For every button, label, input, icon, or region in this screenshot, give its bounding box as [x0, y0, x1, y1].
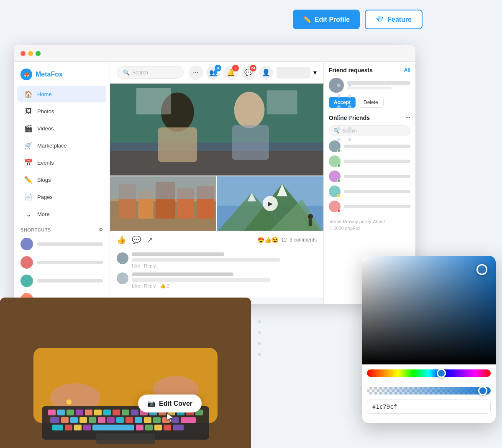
diamond-icon: 💎 [376, 15, 384, 23]
svg-rect-49 [50, 417, 59, 423]
profile-button[interactable]: 👤 [259, 66, 273, 80]
like-reply-1[interactable]: Like · Reply [132, 263, 156, 268]
edit-profile-button[interactable]: ✏️ Edit Profile [293, 10, 360, 29]
gear-icon[interactable]: ⚙ [99, 227, 103, 232]
notifications-button[interactable]: 🔔 6 [224, 66, 238, 80]
search-placeholder: Search [132, 70, 148, 76]
status-dot-3 [337, 179, 341, 182]
feed: 🔍 Search ··· 👥 4 🔔 6 [110, 62, 323, 304]
share-button[interactable]: ↗ [147, 235, 153, 244]
svg-point-24 [308, 214, 313, 219]
sidebar-item-blogs[interactable]: ✏️ Blogs [17, 171, 106, 188]
more-options-button[interactable]: ··· [189, 66, 203, 80]
status-dot-2 [337, 164, 341, 167]
online-friend-3[interactable] [329, 171, 410, 182]
sidebar-item-home[interactable]: 🏠 Home [17, 86, 106, 102]
post-photo-people [110, 84, 323, 176]
footer-copyright: © 2020 phpFox [329, 226, 410, 231]
opacity-handle[interactable] [478, 386, 487, 395]
sidebar-home-label: Home [37, 91, 52, 97]
svg-rect-32 [48, 410, 56, 415]
shortcut-avatar-3 [20, 275, 33, 287]
profile-name-area [277, 67, 310, 79]
comment-button[interactable]: 💬 [132, 235, 141, 244]
video-play-button[interactable]: ▶ [263, 196, 278, 211]
comment-text-2 [132, 278, 271, 282]
friend-requests-heading: Friend requests [329, 67, 373, 74]
app-content: 🦊 MetaFox 🏠 Home 🖼 Photos 🎬 Videos 🛒 Mar… [14, 62, 415, 304]
svg-rect-58 [135, 417, 142, 423]
shortcut-item-2[interactable] [14, 253, 110, 272]
color-selector-handle[interactable] [476, 264, 487, 275]
feature-button[interactable]: 💎 Feature [365, 10, 423, 29]
dot [337, 127, 341, 130]
about-link[interactable]: About [373, 219, 385, 224]
online-name-5 [344, 205, 410, 208]
shortcut-name-2 [37, 261, 103, 264]
comment-meta-2: Like · Reply · 👍 2 · [132, 283, 317, 289]
more-icon: ⌄ [24, 209, 33, 219]
cursor-arrow [165, 412, 175, 426]
sidebar-item-more[interactable]: ⌄ More [17, 206, 106, 222]
dot [337, 84, 341, 87]
online-avatar-5 [329, 201, 341, 212]
like-reply-2[interactable]: Like · Reply · 👍 2 · [132, 283, 172, 289]
events-icon: 📅 [24, 158, 33, 167]
hue-handle[interactable] [437, 369, 446, 378]
svg-rect-39 [113, 410, 120, 415]
svg-rect-6 [232, 125, 269, 160]
dot [337, 138, 341, 141]
sidebar-item-photos[interactable]: 🖼 Photos [17, 103, 106, 120]
browser-dots [20, 51, 41, 56]
delete-button[interactable]: Delete [358, 97, 384, 108]
hex-color-input[interactable] [367, 400, 491, 414]
online-more-icon[interactable]: ··· [405, 115, 410, 121]
chevron-down-icon[interactable]: ▾ [313, 69, 317, 76]
sidebar: 🦊 MetaFox 🏠 Home 🖼 Photos 🎬 Videos 🛒 Mar… [14, 62, 110, 304]
fullscreen-dot[interactable] [36, 51, 41, 56]
shortcut-avatar-2 [20, 256, 33, 269]
svg-rect-66 [74, 425, 82, 430]
privacy-link[interactable]: Privacy policy [343, 219, 371, 224]
sidebar-item-videos[interactable]: 🎬 Videos [17, 120, 106, 137]
top-action-buttons: ✏️ Edit Profile 💎 Feature [293, 10, 423, 29]
brand-logo: 🦊 [20, 69, 32, 80]
online-friend-5[interactable] [329, 201, 410, 212]
svg-rect-68 [92, 425, 134, 430]
svg-rect-40 [122, 410, 129, 415]
reaction-icons: 😍👍😆 [257, 237, 279, 243]
search-bar[interactable]: 🔍 Search [117, 66, 184, 79]
feature-label: Feature [387, 16, 412, 23]
online-friend-4[interactable] [329, 186, 410, 197]
svg-rect-60 [153, 417, 161, 423]
dot [258, 342, 261, 345]
terms-link[interactable]: Terms [329, 219, 341, 224]
close-dot[interactable] [20, 51, 26, 56]
brand-name: MetaFox [36, 71, 63, 78]
shortcut-name-1 [37, 242, 103, 246]
svg-rect-59 [144, 417, 151, 423]
shortcut-item-3[interactable] [14, 272, 110, 290]
messages-button[interactable]: 💬 24 [241, 66, 256, 80]
online-friend-2[interactable] [329, 155, 410, 167]
svg-rect-63 [181, 417, 196, 423]
svg-rect-37 [94, 410, 102, 415]
shortcut-item-1[interactable] [14, 235, 110, 253]
minimize-dot[interactable] [28, 51, 33, 56]
all-requests-link[interactable]: All [404, 67, 410, 73]
like-button[interactable]: 👍 [117, 235, 126, 244]
color-gradient-area[interactable] [362, 256, 496, 364]
svg-rect-41 [131, 410, 138, 415]
friends-button[interactable]: 👥 4 [206, 66, 220, 80]
requester-name [347, 81, 410, 85]
edit-cover-button[interactable]: 📷 Edit Cover [138, 395, 202, 412]
online-name-2 [344, 160, 410, 163]
sidebar-item-marketplace[interactable]: 🛒 Marketplace [17, 137, 106, 154]
dot [337, 105, 341, 109]
sidebar-marketplace-label: Marketplace [37, 143, 67, 149]
sidebar-item-events[interactable]: 📅 Events [17, 154, 106, 171]
online-friend-1[interactable] [329, 140, 410, 152]
sidebar-item-pages[interactable]: 📄 Pages [17, 188, 106, 205]
hue-slider[interactable] [367, 369, 491, 377]
opacity-slider[interactable] [367, 387, 491, 395]
